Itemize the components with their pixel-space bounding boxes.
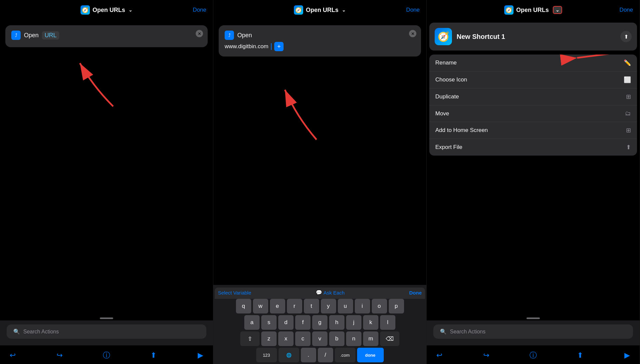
url-plus-btn-2[interactable]: + — [274, 42, 284, 51]
key-p[interactable]: p — [389, 299, 404, 313]
key-done[interactable]: done — [357, 348, 384, 362]
key-a[interactable]: a — [244, 315, 260, 330]
key-f[interactable]: f — [295, 315, 311, 330]
keyboard-done-btn[interactable]: Done — [409, 290, 422, 296]
open-url-icon-2: ⤴ — [225, 31, 234, 40]
keyboard-2: Select Variable 💬 Ask Each Done q w e r … — [213, 285, 426, 364]
key-n[interactable]: n — [346, 331, 361, 346]
action-card-row-2: ⤴ Open — [225, 31, 415, 40]
search-placeholder-3: Search Actions — [450, 329, 486, 335]
key-k[interactable]: k — [363, 315, 378, 330]
play-icon-1[interactable]: ▶ — [194, 349, 206, 361]
key-q[interactable]: q — [236, 299, 251, 313]
action-card-row-1: ⤴ Open URL — [11, 31, 202, 40]
key-t[interactable]: t — [304, 299, 319, 313]
share-icon-1[interactable]: ⬆ — [147, 349, 159, 361]
key-u[interactable]: u — [338, 299, 353, 313]
menu-item-duplicate[interactable]: Duplicate ⊞ — [429, 88, 637, 105]
key-i[interactable]: i — [355, 299, 370, 313]
redo-icon-1[interactable]: ↪ — [54, 349, 66, 361]
info-icon-3[interactable]: ⓘ — [527, 349, 539, 361]
key-backspace[interactable]: ⌫ — [380, 331, 399, 346]
key-w[interactable]: w — [253, 299, 268, 313]
key-o[interactable]: o — [372, 299, 387, 313]
add-home-label: Add to Home Screen — [435, 127, 488, 134]
key-y[interactable]: y — [321, 299, 336, 313]
key-z[interactable]: z — [261, 331, 277, 346]
key-e[interactable]: e — [270, 299, 285, 313]
content-1: ⤴ Open URL ✕ — [0, 20, 213, 315]
topbar-title-3: 🧭 Open URLs ⌄ — [504, 5, 562, 15]
key-slash[interactable]: / — [318, 348, 333, 362]
panel-3: 🧭 Open URLs ⌄ Done 🧭 New Shortcut 1 ⬆ Re… — [427, 0, 640, 364]
bottom-toolbar-3: ↩ ↪ ⓘ ⬆ ▶ — [427, 345, 640, 364]
menu-item-add-home[interactable]: Add to Home Screen ⊞ — [429, 122, 637, 139]
key-v[interactable]: v — [312, 331, 327, 346]
key-m[interactable]: m — [363, 331, 378, 346]
bottom-toolbar-1: ↩ ↪ ⓘ ⬆ ▶ — [0, 345, 213, 364]
redo-icon-3[interactable]: ↪ — [480, 349, 492, 361]
topbar-done-3[interactable]: Done — [619, 7, 633, 13]
kb-row-2: a s d f g h j k l — [215, 315, 425, 330]
undo-icon-3[interactable]: ↩ — [433, 349, 445, 361]
search-actions-1[interactable]: 🔍 Search Actions — [7, 324, 206, 339]
key-h[interactable]: h — [329, 315, 344, 330]
bottom-bar-3: 🔍 Search Actions — [427, 320, 640, 345]
export-label: Export File — [435, 144, 462, 151]
key-x[interactable]: x — [278, 331, 294, 346]
key-dotcom[interactable]: .com — [335, 348, 355, 362]
key-c[interactable]: c — [295, 331, 311, 346]
key-globe[interactable]: 🌐 — [279, 348, 299, 362]
rename-label: Rename — [435, 60, 457, 66]
topbar-done-1[interactable]: Done — [193, 7, 206, 13]
key-shift[interactable]: ⇧ — [240, 331, 260, 346]
topbar-app-name-1: Open URLs — [93, 7, 125, 14]
kb-row-1: q w e r t y u i o p — [215, 299, 425, 313]
scroll-handle-3 — [527, 317, 540, 319]
info-icon-1[interactable]: ⓘ — [101, 349, 112, 361]
red-arrow-2 — [267, 63, 333, 143]
action-card-2: ⤴ Open www.digitbin.com + ✕ — [219, 25, 421, 57]
shortcut-name: New Shortcut 1 — [457, 33, 616, 41]
menu-item-choose-icon[interactable]: Choose Icon ⬜ — [429, 71, 637, 88]
topbar-chevron-2[interactable]: ⌄ — [342, 7, 346, 13]
topbar-chevron-1[interactable]: ⌄ — [128, 7, 132, 13]
menu-item-rename[interactable]: Rename ✏️ — [429, 55, 637, 71]
share-icon-3[interactable]: ⬆ — [574, 349, 586, 361]
choose-icon-label: Choose Icon — [435, 76, 467, 83]
url-pill-1[interactable]: URL — [42, 31, 59, 40]
key-period[interactable]: . — [301, 348, 316, 362]
action-card-1: ⤴ Open URL ✕ — [5, 25, 208, 47]
ask-each-btn[interactable]: 💬 Ask Each — [316, 290, 344, 296]
play-icon-3[interactable]: ▶ — [621, 349, 633, 361]
key-j[interactable]: j — [346, 315, 361, 330]
topbar-3: 🧭 Open URLs ⌄ Done — [427, 0, 640, 20]
move-label: Move — [435, 110, 449, 117]
close-btn-1[interactable]: ✕ — [196, 30, 203, 37]
select-variable-btn[interactable]: Select Variable — [218, 290, 251, 296]
panel-1: 🧭 Open URLs ⌄ Done ⤴ Open URL ✕ — [0, 0, 213, 364]
key-r[interactable]: r — [287, 299, 302, 313]
key-g[interactable]: g — [312, 315, 327, 330]
undo-icon-1[interactable]: ↩ — [7, 349, 19, 361]
menu-item-export[interactable]: Export File ⬆ — [429, 139, 637, 156]
url-text-2[interactable]: www.digitbin.com — [225, 43, 268, 50]
key-d[interactable]: d — [278, 315, 294, 330]
shortcut-share-btn[interactable]: ⬆ — [620, 31, 632, 42]
topbar-done-2[interactable]: Done — [406, 7, 420, 13]
key-s[interactable]: s — [261, 315, 277, 330]
shortcut-safari-icon: 🧭 — [435, 28, 452, 45]
topbar-2: 🧭 Open URLs ⌄ Done — [213, 0, 426, 20]
menu-item-move[interactable]: Move 🗂 — [429, 105, 637, 122]
close-btn-2[interactable]: ✕ — [409, 30, 416, 37]
search-actions-3[interactable]: 🔍 Search Actions — [433, 324, 633, 339]
content-2: ⤴ Open www.digitbin.com + ✕ — [213, 20, 426, 285]
topbar-title-2: 🧭 Open URLs ⌄ — [294, 5, 346, 15]
key-l[interactable]: l — [380, 315, 395, 330]
key-b[interactable]: b — [329, 331, 344, 346]
panel-2: 🧭 Open URLs ⌄ Done ⤴ Open www.digitbin.c… — [213, 0, 427, 364]
dropdown-btn-3[interactable]: ⌄ — [553, 6, 562, 14]
key-123[interactable]: 123 — [256, 348, 277, 362]
export-icon: ⬆ — [626, 144, 631, 151]
action-label-2: Open — [237, 32, 252, 39]
